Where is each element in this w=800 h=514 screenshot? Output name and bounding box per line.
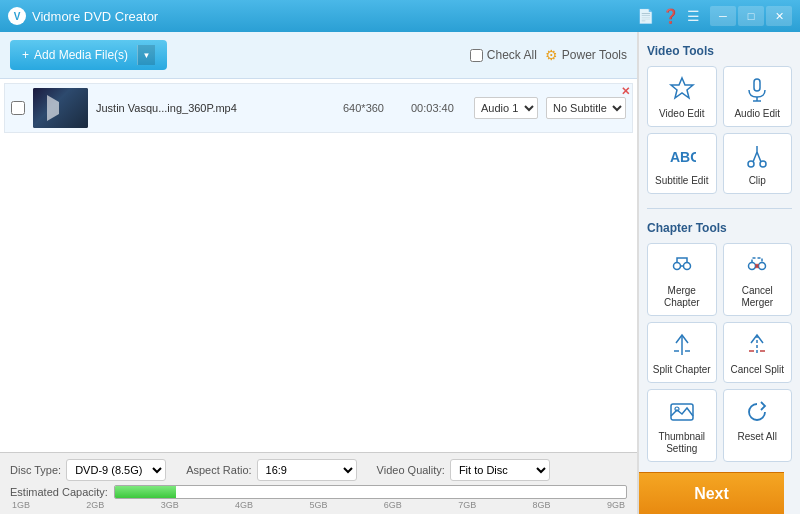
svg-line-7 (753, 152, 757, 162)
main-layout: + Add Media File(s) ▼ Check All ⚙ Power … (0, 32, 800, 514)
aspect-ratio-option: Aspect Ratio: 16:9 4:3 (186, 459, 356, 481)
cancel-merger-label: Cancel Merger (728, 285, 788, 309)
check-all-text: Check All (487, 48, 537, 62)
capacity-bar: Estimated Capacity: (10, 485, 627, 499)
tick-7gb: 7GB (458, 500, 476, 510)
toolbar: + Add Media File(s) ▼ Check All ⚙ Power … (0, 32, 637, 79)
svg-point-14 (759, 263, 766, 270)
video-quality-label: Video Quality: (377, 464, 445, 476)
file-duration: 00:03:40 (411, 102, 466, 114)
add-media-label: Add Media File(s) (34, 48, 128, 62)
window-controls: ─ □ ✕ (710, 6, 792, 26)
tick-8gb: 8GB (533, 500, 551, 510)
right-panel: ◀ Video Tools Video Edit (638, 32, 800, 514)
clip-button[interactable]: Clip (723, 133, 793, 194)
bottom-bar: Disc Type: DVD-9 (8.5G) DVD-5 (4.7G) Asp… (0, 452, 637, 514)
dropdown-arrow-icon[interactable]: ▼ (137, 45, 155, 65)
svg-point-11 (683, 263, 690, 270)
svg-point-10 (673, 263, 680, 270)
app-title: Vidmore DVD Creator (32, 9, 637, 24)
tick-2gb: 2GB (86, 500, 104, 510)
cancel-merger-icon (741, 250, 773, 282)
title-icons: 📄 ❓ ☰ (637, 8, 700, 24)
capacity-label: Estimated Capacity: (10, 486, 108, 498)
split-chapter-button[interactable]: Split Chapter (647, 322, 717, 383)
reset-all-label: Reset All (738, 431, 777, 443)
audio-edit-icon (741, 73, 773, 105)
svg-text:ABC: ABC (670, 149, 696, 165)
table-row: Justin Vasqu...ing_360P.mp4 640*360 00:0… (4, 83, 633, 133)
subtitle-select[interactable]: No Subtitle (546, 97, 626, 119)
reset-all-icon (741, 396, 773, 428)
svg-marker-0 (671, 78, 693, 98)
divider (647, 208, 792, 209)
tick-3gb: 3GB (161, 500, 179, 510)
aspect-ratio-select[interactable]: 16:9 4:3 (257, 459, 357, 481)
audio-select[interactable]: Audio 1 (474, 97, 538, 119)
video-quality-option: Video Quality: Fit to Disc High Medium (377, 459, 550, 481)
capacity-fill (115, 486, 176, 498)
disc-type-select[interactable]: DVD-9 (8.5G) DVD-5 (4.7G) (66, 459, 166, 481)
cancel-split-label: Cancel Split (731, 364, 784, 376)
tick-5gb: 5GB (309, 500, 327, 510)
left-panel: + Add Media File(s) ▼ Check All ⚙ Power … (0, 32, 638, 514)
audio-edit-button[interactable]: Audio Edit (723, 66, 793, 127)
subtitle-edit-label: Subtitle Edit (655, 175, 708, 187)
cancel-merger-button[interactable]: Cancel Merger (723, 243, 793, 316)
menu-icon: ☰ (687, 8, 700, 24)
merge-chapter-label: Merge Chapter (652, 285, 712, 309)
check-all-label[interactable]: Check All (470, 48, 537, 62)
svg-rect-1 (754, 79, 760, 91)
row-checkbox[interactable] (11, 101, 25, 115)
split-chapter-label: Split Chapter (653, 364, 711, 376)
cancel-split-icon (741, 329, 773, 361)
cancel-split-button[interactable]: Cancel Split (723, 322, 793, 383)
file-resolution: 640*360 (343, 102, 403, 114)
remove-file-button[interactable]: ✕ (621, 86, 630, 97)
video-edit-icon (666, 73, 698, 105)
video-quality-select[interactable]: Fit to Disc High Medium (450, 459, 550, 481)
svg-point-13 (749, 263, 756, 270)
tick-6gb: 6GB (384, 500, 402, 510)
power-icon: ⚙ (545, 47, 558, 63)
maximize-button[interactable]: □ (738, 6, 764, 26)
subtitle-edit-button[interactable]: ABC Subtitle Edit (647, 133, 717, 194)
audio-edit-label: Audio Edit (734, 108, 780, 120)
file-thumbnail (33, 88, 88, 128)
tick-4gb: 4GB (235, 500, 253, 510)
minimize-button[interactable]: ─ (710, 6, 736, 26)
file-list: Justin Vasqu...ing_360P.mp4 640*360 00:0… (0, 79, 637, 452)
next-button[interactable]: Next (639, 472, 784, 514)
chapter-tools-grid: Merge Chapter Cancel Merger (647, 243, 792, 462)
thumbnail-setting-icon (666, 396, 698, 428)
tick-1gb: 1GB (12, 500, 30, 510)
thumbnail-setting-button[interactable]: Thumbnail Setting (647, 389, 717, 462)
reset-all-button[interactable]: Reset All (723, 389, 793, 462)
bottom-options: Disc Type: DVD-9 (8.5G) DVD-5 (4.7G) Asp… (10, 459, 627, 481)
panel-toggle-button[interactable]: ◀ (638, 258, 639, 288)
thumbnail-image (33, 88, 88, 128)
video-tools-grid: Video Edit Audio Edit ABC (647, 66, 792, 194)
file-icon: 📄 (637, 8, 654, 24)
add-icon: + (22, 48, 29, 62)
video-tools-title: Video Tools (647, 44, 792, 58)
capacity-track (114, 485, 627, 499)
video-edit-label: Video Edit (659, 108, 704, 120)
disc-type-label: Disc Type: (10, 464, 61, 476)
check-all-checkbox[interactable] (470, 49, 483, 62)
thumbnail-setting-label: Thumbnail Setting (652, 431, 712, 455)
merge-chapter-button[interactable]: Merge Chapter (647, 243, 717, 316)
aspect-ratio-label: Aspect Ratio: (186, 464, 251, 476)
capacity-ticks: 1GB 2GB 3GB 4GB 5GB 6GB 7GB 8GB 9GB (10, 500, 627, 510)
power-tools-button[interactable]: ⚙ Power Tools (545, 47, 627, 63)
video-edit-button[interactable]: Video Edit (647, 66, 717, 127)
add-media-button[interactable]: + Add Media File(s) ▼ (10, 40, 167, 70)
svg-line-8 (757, 152, 761, 162)
clip-icon (741, 140, 773, 172)
subtitle-edit-icon: ABC (666, 140, 698, 172)
disc-type-option: Disc Type: DVD-9 (8.5G) DVD-5 (4.7G) (10, 459, 166, 481)
merge-chapter-icon (666, 250, 698, 282)
file-name: Justin Vasqu...ing_360P.mp4 (96, 102, 335, 114)
close-button[interactable]: ✕ (766, 6, 792, 26)
help-icon: ❓ (662, 8, 679, 24)
